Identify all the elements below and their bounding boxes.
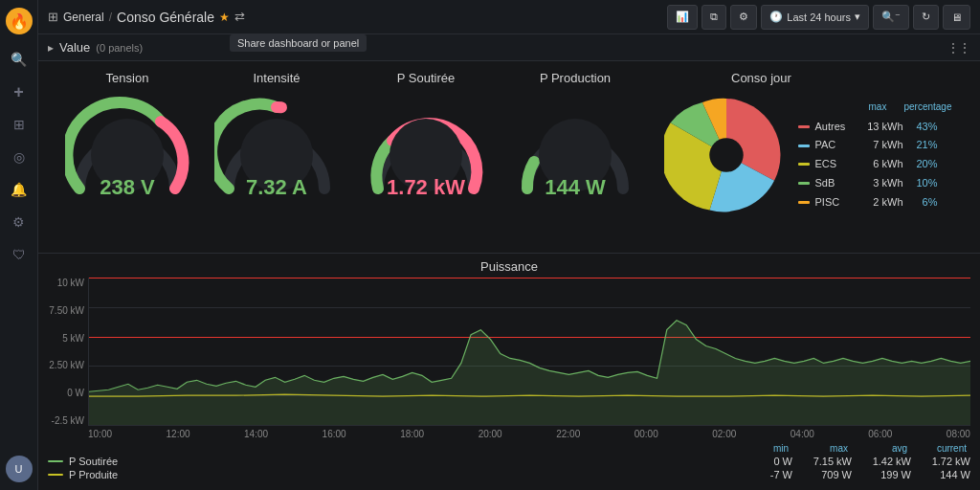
x-axis-label: 12:00 <box>167 429 190 439</box>
x-axis-label: 02:00 <box>712 429 736 439</box>
pie-max-header: max <box>869 99 887 116</box>
section-chevron-icon[interactable]: ▸ <box>48 41 54 55</box>
gauge-intensite-visual: 7.32 A <box>214 93 339 217</box>
section-menu-icon[interactable]: ⋮⋮ <box>947 41 970 55</box>
stat-header-label: max <box>808 443 848 454</box>
svg-marker-5 <box>89 321 970 425</box>
refresh-button[interactable]: ↻ <box>913 5 939 30</box>
chart-section: Puissance 10 kW7.50 kW5 kW2.50 kW0 W-2.5… <box>38 253 980 490</box>
pie-legend-item: Autres 13 kWh 43% <box>798 118 952 137</box>
gauge-pproduction: P Production 144 W <box>505 71 645 243</box>
breadcrumb-sep: / <box>109 11 112 24</box>
dashboard-icon: ⊞ <box>48 10 58 24</box>
sidebar: 🔥 🔍 + ⊞ ◎ 🔔 ⚙ 🛡 U <box>0 0 38 490</box>
add-panel-button[interactable]: 📊 <box>667 5 698 30</box>
stat-value: 199 W <box>871 469 911 480</box>
time-icon: 🕐 <box>769 11 783 23</box>
pie-pct-header: percentage <box>903 99 951 116</box>
topbar: ⊞ General / Conso Générale ★ ⇄ 📊 ⧉ ⚙ 🕐 L… <box>38 0 980 34</box>
pie-legend-rows: Autres 13 kWh 43% PAC 7 kWh 21% ECS 6 kW… <box>798 118 952 212</box>
chart-stat-headers: minmaxavgcurrent <box>748 443 970 454</box>
copy-button[interactable]: ⧉ <box>702 5 726 30</box>
gauge-pproduction-value: 144 W <box>545 175 606 200</box>
y-axis-label: -2.5 kW <box>52 415 84 426</box>
main-content: ⊞ General / Conso Générale ★ ⇄ 📊 ⧉ ⚙ 🕐 L… <box>38 0 980 490</box>
breadcrumb-root: General <box>63 11 104 24</box>
pproduite-line-icon <box>48 474 63 476</box>
x-axis: 10:0012:0014:0016:0018:0020:0022:0000:00… <box>88 426 970 439</box>
settings-button[interactable]: ⚙ <box>730 5 757 30</box>
avatar[interactable]: U <box>6 456 33 482</box>
gauge-psoutiree-title: P Soutirée <box>397 71 455 85</box>
time-range-label: Last 24 hours <box>787 11 851 23</box>
chart-svg <box>89 278 970 425</box>
pie-legend-item: SdB 3 kWh 10% <box>798 174 952 193</box>
app-logo[interactable]: 🔥 <box>6 8 33 34</box>
x-axis-label: 10:00 <box>88 429 112 439</box>
stat-value: 7.15 kW <box>812 456 852 467</box>
y-axis-label: 5 kW <box>62 333 84 344</box>
pie-legend: max percentage Autres 13 kWh 43% PAC 7 k… <box>798 99 952 212</box>
star-icon[interactable]: ★ <box>219 11 230 24</box>
share-icon[interactable]: ⇄ <box>234 10 245 24</box>
y-axis-label: 10 kW <box>57 278 84 288</box>
stat-value: 1.72 kW <box>930 456 970 467</box>
zoom-out-button[interactable]: 🔍⁻ <box>873 5 909 30</box>
stat-value: 144 W <box>930 469 970 480</box>
x-axis-label: 18:00 <box>400 429 424 439</box>
gauge-row: Tension 238 V Intensité <box>38 61 980 253</box>
gauge-pproduction-title: P Production <box>540 71 611 85</box>
gear-icon[interactable]: ⚙ <box>6 209 33 235</box>
psoutiree-label: P Soutirée <box>69 456 746 467</box>
chart-title: Puissance <box>48 259 970 274</box>
y-axis-label: 2.50 kW <box>49 360 84 370</box>
x-axis-label: 00:00 <box>635 429 658 439</box>
x-axis-label: 16:00 <box>323 429 346 439</box>
x-axis-label: 06:00 <box>868 429 892 439</box>
section-name: Value <box>59 40 90 55</box>
gauge-tension: Tension 238 V <box>57 71 197 243</box>
time-range-button[interactable]: 🕐 Last 24 hours ▾ <box>761 5 869 30</box>
plus-icon[interactable]: + <box>6 78 33 105</box>
monitor-button[interactable]: 🖥 <box>943 5 970 30</box>
search-icon[interactable]: 🔍 <box>6 46 33 73</box>
gauge-intensite-title: Intensité <box>253 71 300 85</box>
section-header: ▸ Value (0 panels) ⋮⋮ <box>38 34 980 61</box>
x-axis-label: 20:00 <box>479 429 502 439</box>
stat-value: 1.42 kW <box>871 456 911 467</box>
legend-row-pproduite: P Produite -7 W709 W199 W144 W <box>48 469 970 480</box>
grid-icon[interactable]: ⊞ <box>6 111 33 138</box>
compass-icon[interactable]: ◎ <box>6 144 33 170</box>
y-axis-label: 0 W <box>67 388 84 398</box>
page-title: Conso Générale <box>117 10 214 25</box>
panel-count: (0 panels) <box>96 42 143 54</box>
gauge-psoutiree-visual: 1.72 kW <box>364 93 488 217</box>
stat-header-label: avg <box>867 443 907 454</box>
svg-point-4 <box>709 138 743 171</box>
y-axis: 10 kW7.50 kW5 kW2.50 kW0 W-2.5 kW <box>48 278 88 426</box>
y-axis-label: 7.50 kW <box>49 305 84 316</box>
gauge-tension-visual: 238 V <box>65 93 189 217</box>
chart-legend: minmaxavgcurrent P Soutirée 0 W7.15 kW1.… <box>48 443 970 480</box>
x-axis-label: 08:00 <box>947 429 970 439</box>
pproduite-label: P Produite <box>69 469 746 480</box>
x-axis-label: 22:00 <box>556 429 580 439</box>
pproduite-stats: -7 W709 W199 W144 W <box>752 469 970 480</box>
gauge-pproduction-visual: 144 W <box>513 93 637 217</box>
shield-icon[interactable]: 🛡 <box>6 241 33 268</box>
chevron-down-icon: ▾ <box>855 11 860 23</box>
gauge-tension-title: Tension <box>106 71 149 85</box>
pie-chart-panel: Conso jour <box>655 71 961 243</box>
gauge-intensite: Intensité 7.32 A <box>207 71 346 243</box>
share-tooltip: Share dashboard or panel <box>230 34 367 52</box>
bell-icon[interactable]: 🔔 <box>6 176 33 203</box>
pie-chart-visual <box>664 93 789 217</box>
legend-row-psoutiree: P Soutirée 0 W7.15 kW1.42 kW1.72 kW <box>48 456 970 467</box>
x-axis-label: 14:00 <box>244 429 268 439</box>
gauge-tension-value: 238 V <box>100 175 155 200</box>
gauge-psoutiree: P Soutirée 1.72 kW <box>356 71 496 243</box>
pie-legend-header: max percentage <box>798 99 952 116</box>
pie-legend-item: PAC 7 kWh 21% <box>798 136 952 155</box>
stat-value: 0 W <box>752 456 792 467</box>
pie-chart-content: max percentage Autres 13 kWh 43% PAC 7 k… <box>664 93 952 217</box>
